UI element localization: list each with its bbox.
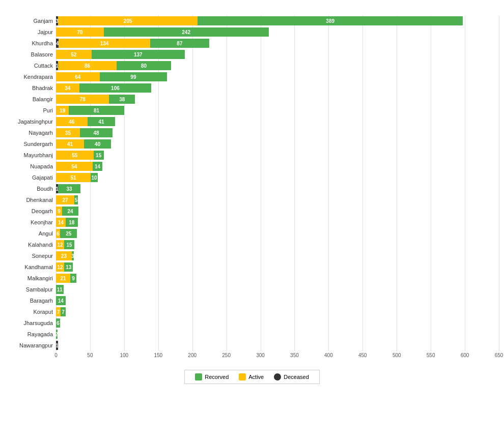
y-label: Jagatsinghpur [5,116,56,127]
x-tick: 400 [324,353,333,358]
bar-recovered: 106 [79,83,152,93]
y-label: Mayurbhanj [5,150,56,161]
bar-active: 27 [56,195,74,204]
bar-row: 3205389 [56,15,499,26]
legend-item: Deceased [274,373,309,380]
y-label: Puri [5,105,56,116]
bar-row: 1981 [56,105,499,116]
bar-active: 23 [56,251,72,260]
y-label: Sundergarh [5,138,56,150]
legend-label: Recorved [205,374,229,380]
x-tick: 0 [54,353,58,358]
bar-row: 70242 [56,26,499,38]
bar-active: 14 [56,218,66,227]
x-tick: 100 [120,353,129,358]
bar-recovered: 38 [109,95,135,104]
bar-recovered: 33 [58,184,80,193]
y-label: Boudh [5,183,56,194]
bar-recovered: 81 [69,106,124,115]
bar-active: 78 [56,95,109,104]
x-tick: 300 [256,353,265,358]
bar-active: 46 [56,117,88,126]
bar-recovered: 15 [64,240,74,249]
bar-recovered: 137 [92,50,185,59]
bar-recovered: 389 [198,16,463,25]
bar-active: 51 [56,173,91,182]
chart-container: GanjamJajpurKhurdhaBalasoreCuttackKendra… [0,0,504,440]
bar-active: 52 [56,50,92,59]
bar-row: 413487 [56,38,499,49]
y-label: Nuapada [5,161,56,172]
bars-area: 3205389702424134875213718680649934106783… [56,15,499,351]
bar-recovered: 41 [88,117,116,126]
y-label: Kalahandi [5,239,56,250]
y-label: Balasore [5,49,56,60]
grid-line [499,15,499,351]
y-label: Baragarh [5,295,56,306]
y-label: Malkangiri [5,273,56,284]
bar-row: 5110 [56,172,499,183]
bar-active: 41 [56,139,84,149]
bar-row: 4641 [56,116,499,127]
y-label: Angul [5,228,56,239]
bar-recovered: 5 [74,195,78,204]
legend: RecorvedActiveDeceased [184,370,320,384]
bar-row: 52137 [56,49,499,60]
bar-row: 34106 [56,82,499,94]
bar-row: 11 [56,284,499,295]
legend-color-box [239,373,246,380]
bar-recovered: 14 [93,162,102,171]
bar-recovered: 9 [70,274,76,283]
bar-active: 134 [59,39,150,48]
bar-recovered: 80 [117,61,171,70]
bar-active: 35 [56,128,80,137]
x-tick: 350 [290,353,299,358]
bar-row: 133 [56,183,499,194]
bar-row: 14 [56,295,499,306]
chart-area: GanjamJajpurKhurdhaBalasoreCuttackKendra… [5,15,499,361]
bar-row: 924 [56,206,499,217]
bar-active: 55 [56,151,94,160]
legend-item: Active [239,373,264,380]
bar-row: 1215 [56,239,499,250]
y-label: Kendrapara [5,71,56,82]
bar-row: 275 [56,194,499,206]
y-label: Bhadrak [5,82,56,94]
bar-active: 21 [56,274,70,283]
bar-recovered: 99 [100,72,167,81]
bar-row: 1418 [56,217,499,228]
y-label: Koraput [5,306,56,317]
bar-active: 64 [56,72,100,81]
bar-recovered: 7 [61,307,65,316]
bar-recovered: 2 [56,330,58,339]
y-label: Kandhamal [5,261,56,273]
x-tick: 450 [358,353,367,358]
bar-active: 70 [56,27,104,37]
x-tick: 500 [393,353,401,358]
bar-recovered: 14 [56,296,66,305]
bar-recovered: 25 [60,229,77,238]
x-axis: 050100150200250300350400450500550600650 [56,353,499,361]
y-label: Cuttack [5,60,56,71]
bar-row: 2 [56,329,499,340]
bar-recovered: 11 [56,285,64,294]
bar-row: 18680 [56,60,499,71]
bar-recovered: 24 [62,207,78,216]
y-label: Sonepur [5,250,56,261]
x-tick: 550 [427,353,435,358]
x-tick: 600 [461,353,469,358]
bar-row: 6 [56,317,499,329]
x-tick: 150 [154,353,162,358]
legend-label: Deceased [284,374,309,380]
bar-recovered: 6 [56,318,60,328]
bar-active: 12 [56,262,64,272]
x-tick: 200 [188,353,197,358]
bar-row: 233 [56,250,499,261]
y-labels: GanjamJajpurKhurdhaBalasoreCuttackKendra… [5,15,56,361]
legend-color-box [274,373,281,380]
bar-active: 19 [56,106,69,115]
bars-and-xaxis: 3205389702424134875213718680649934106783… [56,15,499,361]
bar-row: 6499 [56,71,499,82]
x-tick: 250 [222,353,231,358]
y-label: Nawarangpur [5,340,56,351]
